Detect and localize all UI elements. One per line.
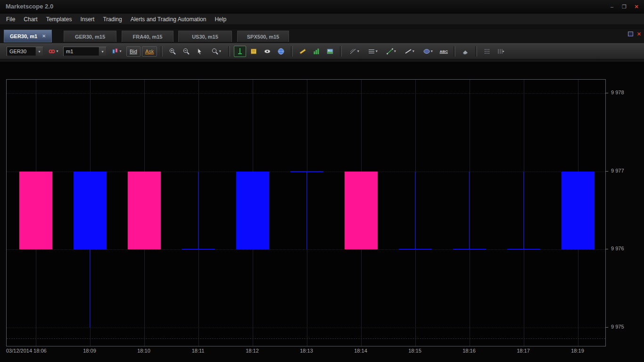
chevron-down-icon: ▾ [413, 49, 414, 53]
menu-insert[interactable]: Insert [76, 14, 99, 25]
ruler-button[interactable] [297, 46, 309, 57]
grid-toggle-button[interactable] [481, 46, 493, 57]
web-button[interactable] [275, 46, 287, 57]
time-label: 18:14 [354, 348, 367, 354]
candle-wick [469, 172, 470, 250]
chevron-down-icon[interactable]: ▾ [35, 47, 43, 56]
snapshot-button[interactable] [324, 46, 336, 57]
zoom-mode-icon [211, 48, 219, 55]
eraser-button[interactable] [459, 46, 471, 57]
chart-type-dropdown-button[interactable]: ▾ [108, 46, 125, 57]
tab-ger30-m1[interactable]: GER30, m1 ✕ [4, 30, 52, 42]
menu-help[interactable]: Help [210, 14, 231, 25]
chevron-down-icon: ▾ [56, 49, 58, 53]
close-child-icon[interactable]: ✕ [637, 32, 641, 36]
chart-region[interactable]: 03/12/2014 18:0618:0918:1018:1118:1218:1… [0, 62, 644, 362]
chevron-down-icon: ▾ [394, 49, 396, 53]
horizontal-lines-dropdown-button[interactable]: ▾ [364, 46, 381, 57]
symbol-combobox[interactable]: GER30 ▾ [7, 47, 43, 56]
price-tick [605, 327, 608, 328]
tab-close-icon[interactable]: ✕ [42, 33, 46, 39]
chart-shift-icon [497, 48, 504, 55]
restore-icon[interactable]: ❐ [620, 3, 628, 10]
tab-us30-m15[interactable]: US30, m15 [178, 31, 232, 42]
candle-wick [415, 172, 415, 250]
chevron-down-icon: ▾ [219, 49, 221, 53]
period-combobox[interactable]: m1 ▾ [63, 47, 107, 56]
time-label: 18:17 [517, 348, 530, 354]
plot-area[interactable] [6, 79, 606, 346]
toolbar-separator [291, 46, 293, 57]
menu-bar: File Chart Templates Insert Trading Aler… [0, 14, 644, 25]
time-label: 18:13 [300, 348, 313, 354]
tab-fra40-m15[interactable]: FRA40, m15 [122, 31, 173, 42]
vertical-gridline [307, 80, 307, 346]
vertical-gridline [470, 80, 470, 346]
text-label-button[interactable]: ABC [438, 46, 450, 57]
window-title: Marketscope 2.0 [6, 3, 53, 10]
candle-body [290, 171, 323, 172]
drawing-lines-dropdown-button[interactable]: ▾ [346, 46, 363, 57]
ask-toggle-button[interactable]: Ask [142, 46, 157, 57]
minimize-icon[interactable]: – [608, 3, 616, 10]
toolbar-separator [161, 46, 163, 57]
zoom-mode-dropdown-button[interactable]: ▾ [207, 46, 224, 57]
window-controls: – ❐ ✕ [608, 3, 640, 10]
time-label: 18:12 [246, 348, 259, 354]
menu-alerts-automation[interactable]: Alerts and Trading Automation [126, 14, 211, 25]
chevron-down-icon[interactable]: ▾ [99, 47, 106, 56]
bid-toggle-button[interactable]: Bid [126, 46, 140, 57]
ruler-icon [299, 48, 306, 55]
toolbar-separator [340, 46, 342, 57]
crosshair-button[interactable] [234, 46, 246, 57]
chart-shift-button[interactable] [495, 46, 507, 57]
tab-ger30-m15[interactable]: GER30, m15 [64, 31, 116, 42]
tab-label: GER30, m1 [10, 33, 37, 39]
candle-wick [306, 172, 307, 250]
candle-body [507, 249, 540, 250]
period-value: m1 [64, 49, 99, 54]
toolbar-separator [475, 46, 477, 57]
zoom-in-button[interactable] [166, 46, 179, 57]
vertical-gridline [524, 80, 524, 346]
link-icon [48, 48, 56, 55]
restore-child-icon[interactable] [628, 32, 633, 36]
crosshair-icon [236, 48, 244, 55]
price-label: 9 978 [611, 90, 624, 95]
price-label: 9 975 [611, 324, 624, 329]
trendline-dropdown-button[interactable]: ▾ [382, 46, 399, 57]
candle-body [453, 249, 486, 250]
toolbar-wrap: GER30 ▾ ▾ m1 ▾ ▾ Bid Ask ▾ [0, 42, 644, 62]
horizontal-gridline [7, 93, 605, 94]
cursor-button[interactable] [194, 46, 206, 57]
time-label: 03/12/2014 18:06 [6, 348, 47, 354]
globe-icon [277, 48, 285, 55]
horizontal-lines-icon [368, 48, 375, 55]
chevron-down-icon: ▾ [376, 49, 378, 53]
indicators-button[interactable] [310, 46, 322, 57]
visibility-button[interactable] [261, 46, 273, 57]
candle-wick [198, 172, 198, 250]
menu-trading[interactable]: Trading [99, 14, 126, 25]
shapes-dropdown-button[interactable]: ▾ [419, 46, 436, 57]
zoom-in-icon [169, 48, 176, 55]
eraser-icon [462, 48, 469, 55]
time-label: 18:19 [571, 348, 584, 354]
time-label: 18:16 [462, 348, 476, 354]
trendline-icon [386, 48, 394, 55]
horizontal-gridline [7, 328, 605, 328]
zoom-out-button[interactable] [180, 46, 192, 57]
menu-chart[interactable]: Chart [19, 14, 41, 25]
link-dropdown-button[interactable]: ▾ [45, 46, 62, 57]
menu-file[interactable]: File [2, 14, 19, 25]
zoom-out-icon [182, 48, 190, 55]
tab-spx500-m15[interactable]: SPX500, m15 [237, 31, 289, 42]
notes-button[interactable] [248, 46, 260, 57]
menu-templates[interactable]: Templates [42, 14, 76, 25]
close-icon[interactable]: ✕ [633, 3, 640, 10]
symbol-value: GER30 [7, 49, 35, 54]
time-label: 18:09 [83, 348, 96, 354]
cursor-icon [196, 48, 204, 55]
toolbar-separator [454, 46, 455, 57]
line-style-dropdown-button[interactable]: ▾ [401, 46, 418, 57]
